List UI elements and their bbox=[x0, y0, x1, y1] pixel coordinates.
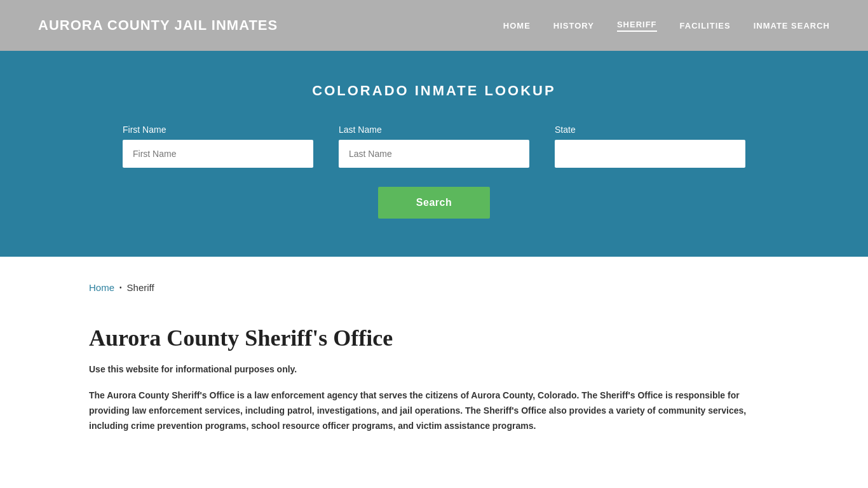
breadcrumb-current: Sheriff bbox=[127, 282, 154, 293]
breadcrumb-home[interactable]: Home bbox=[89, 282, 114, 293]
nav-history[interactable]: HISTORY bbox=[553, 21, 594, 30]
disclaimer-text: Use this website for informational purpo… bbox=[89, 364, 779, 374]
main-nav: HOME HISTORY SHERIFF FACILITIES INMATE S… bbox=[503, 20, 830, 32]
search-section: COLORADO INMATE LOOKUP First Name Last N… bbox=[0, 51, 868, 257]
search-section-title: COLORADO INMATE LOOKUP bbox=[51, 83, 817, 99]
page-heading: Aurora County Sheriff's Office bbox=[89, 325, 779, 351]
search-form: First Name Last Name State Colorado Sear… bbox=[51, 125, 817, 219]
state-group: State Colorado bbox=[555, 125, 745, 168]
first-name-label: First Name bbox=[123, 125, 313, 135]
last-name-group: Last Name bbox=[339, 125, 529, 168]
first-name-group: First Name bbox=[123, 125, 313, 168]
last-name-input[interactable] bbox=[339, 140, 529, 168]
nav-inmate-search[interactable]: INMATE SEARCH bbox=[754, 21, 830, 30]
breadcrumb-separator: • bbox=[119, 284, 122, 291]
state-label: State bbox=[555, 125, 745, 135]
main-content: Home • Sheriff Aurora County Sheriff's O… bbox=[0, 257, 868, 471]
search-fields: First Name Last Name State Colorado bbox=[97, 125, 771, 168]
site-title: AURORA COUNTY JAIL INMATES bbox=[38, 17, 278, 34]
site-header: AURORA COUNTY JAIL INMATES HOME HISTORY … bbox=[0, 0, 868, 51]
search-button[interactable]: Search bbox=[378, 187, 490, 219]
nav-home[interactable]: HOME bbox=[503, 21, 531, 30]
breadcrumb: Home • Sheriff bbox=[89, 282, 779, 293]
nav-facilities[interactable]: FACILITIES bbox=[680, 21, 731, 30]
nav-sheriff[interactable]: SHERIFF bbox=[617, 20, 657, 32]
first-name-input[interactable] bbox=[123, 140, 313, 168]
description-text: The Aurora County Sheriff's Office is a … bbox=[89, 388, 779, 433]
last-name-label: Last Name bbox=[339, 125, 529, 135]
state-input[interactable]: Colorado bbox=[555, 140, 745, 168]
